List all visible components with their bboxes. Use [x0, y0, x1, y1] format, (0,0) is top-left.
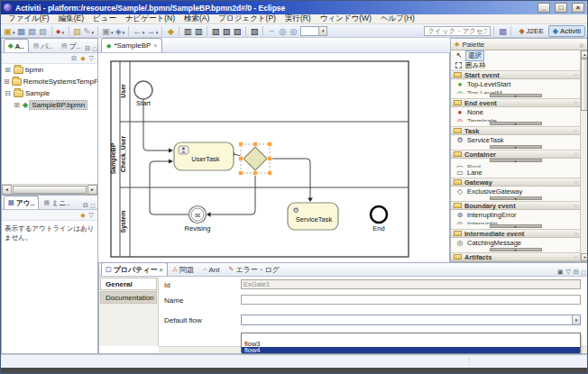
maximize-view-icon[interactable]: □ [93, 46, 96, 52]
palette-item-catchingmessage[interactable]: ◎ CatchingMessage [451, 238, 580, 248]
zoom-level-combo[interactable]: ▾ [300, 26, 327, 36]
maximize-view-icon[interactable]: □ [582, 269, 585, 276]
drawer-scroll-down[interactable]: ▾ [490, 196, 542, 200]
save-icon[interactable]: ▦ [16, 25, 27, 37]
new-view-icon[interactable]: ▣ [557, 269, 564, 276]
palette-item-exclusivegateway[interactable]: ◇ ExclusiveGateway [451, 187, 580, 196]
tree-item-bpmn[interactable]: ⊞ bpmn [2, 64, 97, 76]
tab-outline[interactable]: ▤アウ.. [4, 196, 39, 209]
close-tab-icon[interactable]: × [153, 42, 157, 49]
print-icon[interactable]: ▤ [38, 25, 49, 37]
collapse-all-icon[interactable]: ⊟ [71, 55, 77, 62]
minimize-view-icon[interactable]: ⊟ [83, 202, 88, 209]
link-icon[interactable]: ◈▾ [114, 25, 125, 37]
drawer-scroll-down[interactable]: ▾ [490, 224, 542, 228]
section-general[interactable]: General [100, 278, 157, 290]
tab-problems[interactable]: ⚠ 問題 [168, 262, 198, 276]
pin-icon[interactable]: ○ [574, 179, 577, 185]
drawer-scroll-down[interactable]: ▾ [490, 122, 542, 125]
menu-edit[interactable]: 編集(E) [54, 14, 88, 24]
copy-icon[interactable]: ▥ [182, 25, 193, 37]
menu-file[interactable]: ファイル(F) [4, 14, 54, 24]
minimize-view-icon[interactable]: ⊟ [574, 269, 579, 276]
maximize-view-icon[interactable]: □ [91, 203, 95, 209]
end-event[interactable]: End [371, 206, 387, 233]
match-size-icon[interactable]: ▧ [249, 25, 260, 37]
name-field[interactable] [241, 295, 581, 305]
tab-package-explorer[interactable]: ▤パ.. [29, 39, 57, 52]
start-event[interactable]: Start [134, 81, 152, 107]
perspective-activiti[interactable]: ◆Activiti [548, 25, 585, 37]
drawer-start-event[interactable]: Start event ○ [451, 70, 580, 79]
palette-item-toplevelstart[interactable]: ● Top-LevelStart [451, 79, 580, 89]
forward-icon[interactable]: →▾ [145, 25, 159, 37]
palette-item-servicetask[interactable]: ⚙ ServiceTask [451, 135, 580, 145]
tab-properties[interactable]: ▢ プロパティー × [101, 262, 168, 276]
pin-icon[interactable]: ○ [574, 254, 577, 260]
tab-activiti-explorer[interactable]: ◆A.. [4, 39, 29, 52]
explorer-hscrollbar[interactable]: ◂ ▸ [2, 184, 97, 194]
collapse-icon[interactable]: ⊟ [4, 89, 12, 97]
palette-item-interruptingerror[interactable]: ⊛ InterruptingError [451, 210, 580, 220]
drawer-scroll-down[interactable]: ▾ [490, 248, 542, 251]
close-button[interactable]: × [572, 3, 584, 13]
drawer-task[interactable]: Task ○ [451, 126, 580, 135]
new-wizard-icon[interactable]: ▣▾ [3, 25, 16, 37]
drawer-container[interactable]: Container ○ [451, 150, 580, 159]
align-right-icon[interactable]: ▧ [232, 25, 243, 37]
pin-icon[interactable]: ○ [574, 100, 577, 105]
menu-project[interactable]: プロジェクト(P) [214, 14, 280, 24]
zoom-out-icon[interactable]: ◎ [277, 25, 288, 37]
drawer-scroll-up[interactable]: ▴ [490, 159, 542, 162]
tree-item-remotesystems[interactable]: ⊞ RemoteSystemsTempFiles [2, 76, 97, 87]
palette-item-lane[interactable]: ▭ Lane [451, 168, 580, 178]
validate-icon[interactable]: ◆ [165, 25, 176, 37]
scroll-thumb[interactable] [13, 186, 87, 194]
sort-icon[interactable]: ◆ [80, 212, 85, 219]
menu-help[interactable]: ヘルプ(H) [376, 14, 419, 24]
scroll-thumb[interactable] [581, 59, 588, 111]
view-menu-icon[interactable]: ▽ [89, 55, 94, 62]
perspective-j2ee[interactable]: ◆J2EE [514, 25, 547, 37]
option-flow4-highlighted[interactable]: flow4 [242, 347, 580, 353]
combo-arrow-icon[interactable]: ▾ [572, 315, 580, 324]
drawer-scroll-down[interactable]: ▾ [490, 145, 542, 149]
expand-icon[interactable]: ⊞ [4, 66, 12, 74]
maximize-button[interactable]: □ [555, 3, 567, 13]
drawer-artifacts[interactable]: Artifacts ○ [451, 252, 580, 261]
default-flow-combo[interactable]: ▾ [241, 315, 581, 325]
link-editor-icon[interactable]: ◆ [80, 55, 85, 62]
run-icon[interactable]: ●▾ [55, 25, 66, 37]
close-view-icon[interactable]: × [160, 267, 163, 273]
quick-access-input[interactable] [424, 26, 491, 36]
servicetask-node[interactable]: ⚙ ServiceTask [288, 203, 338, 230]
back-icon[interactable]: ←▾ [132, 25, 145, 37]
paste-icon[interactable]: ▥ [193, 25, 204, 37]
scroll-right-icon[interactable]: ▸ [87, 185, 97, 195]
tab-error-log[interactable]: ✎ エラー・ログ [224, 262, 284, 276]
pin-icon[interactable]: ○ [574, 72, 577, 78]
expand-icon[interactable]: ⊞ [13, 101, 21, 109]
scroll-down-icon[interactable]: ▾ [581, 253, 588, 261]
usertask-node[interactable]: UserTask [174, 142, 234, 170]
align-left-icon[interactable]: ▧ [210, 25, 221, 37]
palette-marquee-tool[interactable]: 囲み枠 [451, 60, 580, 70]
editor-tab-samplebp[interactable]: ◆ *SampleBP × [101, 38, 162, 52]
drawer-gateway[interactable]: Gateway ○ [451, 178, 580, 187]
tab-minimap[interactable]: ▦ミニ.. [39, 196, 74, 209]
option-flow3[interactable]: flow3 [242, 341, 580, 347]
combo-arrow-icon[interactable]: ▾ [318, 27, 326, 35]
scroll-up-icon[interactable]: ▴ [581, 50, 588, 59]
palette-select-tool[interactable]: ↖ 選択 [451, 50, 580, 60]
view-menu-icon[interactable]: ▽ [566, 269, 571, 276]
menu-view[interactable]: ビュー [88, 14, 121, 24]
align-center-icon[interactable]: ▧ [221, 25, 232, 37]
drawer-intermediate-event[interactable]: Intermediate event ○ [451, 229, 580, 238]
save-all-icon[interactable]: ▤ [27, 25, 38, 37]
pin-icon[interactable]: ○ [574, 151, 577, 157]
minus-icon[interactable]: − [266, 25, 277, 37]
palette-item-none[interactable]: ● None [451, 107, 580, 117]
tree-item-samplebp[interactable]: ⊞ ◆ SampleBP.bpmn [2, 99, 97, 111]
zoom-in-icon[interactable]: ◎ [288, 25, 299, 37]
menu-run[interactable]: 実行(R) [280, 14, 316, 24]
